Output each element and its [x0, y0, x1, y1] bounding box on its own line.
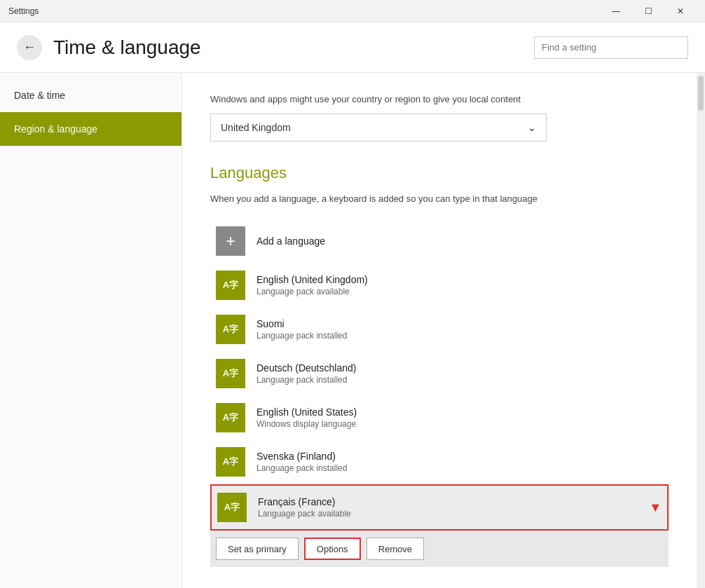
close-button[interactable]: ✕	[664, 0, 697, 22]
chevron-down-icon: ⌄	[528, 122, 536, 133]
add-language-label: Add a language	[256, 235, 325, 247]
language-list: + Add a language A字 English (United King…	[210, 219, 669, 567]
sidebar: Date & time Region & language	[0, 73, 182, 588]
language-item-fr-fr[interactable]: A字 Français (France) Language pack avail…	[210, 484, 669, 531]
options-button[interactable]: Options	[304, 538, 361, 560]
language-sub-en-us: Windows display language	[256, 419, 357, 429]
language-sub-sv-fi: Language pack installed	[256, 463, 347, 473]
scrollbar-track[interactable]	[697, 73, 705, 588]
language-item-sv-fi[interactable]: A字 Svenska (Finland) Language pack insta…	[210, 440, 669, 484]
language-item-en-gb[interactable]: A字 English (United Kingdom) Language pac…	[210, 264, 669, 308]
language-icon-sv-fi: A字	[216, 447, 245, 477]
sidebar-item-region-language[interactable]: Region & language	[0, 112, 182, 146]
language-icon-de: A字	[216, 359, 245, 388]
sidebar-item-label: Date & time	[14, 90, 65, 101]
language-name-sv-fi: Svenska (Finland)	[256, 451, 347, 462]
country-value: United Kingdom	[221, 122, 291, 133]
language-icon-en-us: A字	[216, 403, 245, 432]
header: ← Time & language	[0, 22, 705, 73]
language-name-en-us: English (United States)	[256, 406, 357, 418]
back-icon: ←	[23, 40, 36, 55]
languages-description: When you add a language, a keyboard is a…	[210, 192, 669, 206]
country-section-label: Windows and apps might use your country …	[210, 93, 669, 107]
search-input[interactable]	[534, 36, 688, 59]
language-icon-fi: A字	[216, 315, 245, 344]
language-icon-en-gb: A字	[216, 271, 245, 300]
app-title: Settings	[8, 6, 39, 16]
language-item-en-us[interactable]: A字 English (United States) Windows displ…	[210, 396, 669, 440]
language-sub-en-gb: Language pack available	[256, 287, 368, 296]
back-button[interactable]: ←	[17, 35, 42, 60]
minimize-button[interactable]: —	[600, 0, 632, 22]
add-language-icon: +	[216, 226, 245, 256]
sidebar-item-date-time[interactable]: Date & time	[0, 78, 182, 112]
language-sub-de: Language pack installed	[256, 375, 356, 385]
set-primary-button[interactable]: Set as primary	[216, 538, 299, 560]
language-sub-fr-fr: Language pack available	[258, 509, 351, 519]
language-name-en-gb: English (United Kingdom)	[256, 274, 368, 285]
add-language-item[interactable]: + Add a language	[210, 219, 669, 264]
maximize-button[interactable]: ☐	[632, 0, 664, 22]
sidebar-item-label: Region & language	[14, 123, 97, 135]
language-icon-fr-fr: A字	[217, 493, 247, 522]
title-bar: Settings — ☐ ✕	[0, 0, 705, 22]
language-name-fr-fr: Français (France)	[258, 496, 351, 507]
language-item-fi[interactable]: A字 Suomi Language pack installed	[210, 308, 669, 352]
page-title: Time & language	[53, 36, 201, 59]
arrow-down-indicator: ▼	[649, 500, 662, 515]
language-name-fi: Suomi	[256, 318, 347, 329]
remove-button[interactable]: Remove	[367, 538, 424, 560]
language-item-de[interactable]: A字 Deutsch (Deutschland) Language pack i…	[210, 352, 669, 396]
action-bar: Set as primary Options Remove	[210, 531, 669, 567]
languages-heading: Languages	[210, 164, 669, 182]
language-sub-fi: Language pack installed	[256, 331, 347, 341]
main-content: Windows and apps might use your country …	[182, 73, 697, 588]
country-dropdown[interactable]: United Kingdom ⌄	[210, 114, 547, 142]
scrollbar-thumb[interactable]	[698, 76, 704, 111]
content-area: Date & time Region & language Windows an…	[0, 73, 705, 588]
language-name-de: Deutsch (Deutschland)	[256, 362, 356, 374]
